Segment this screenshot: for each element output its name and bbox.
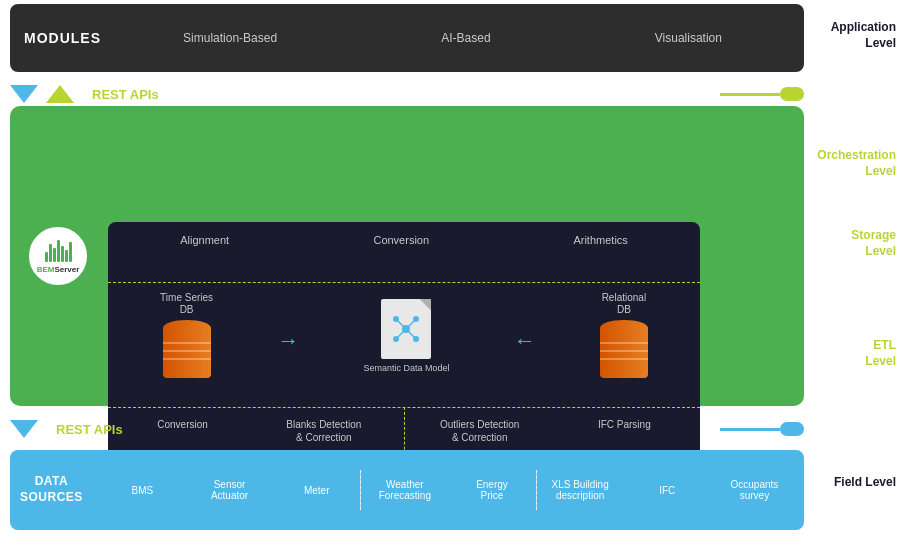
rest-apis-top-label: REST APIs xyxy=(92,87,159,102)
semantic-label: Semantic Data Model xyxy=(363,363,449,373)
field-items: BMS SensorActuator Meter WeatherForecast… xyxy=(93,450,804,530)
storage-level-label: StorageLevel xyxy=(851,228,900,259)
field-sensor: SensorActuator xyxy=(186,479,273,501)
rest-apis-bottom: REST APIs xyxy=(10,411,804,447)
svg-line-5 xyxy=(396,319,406,329)
application-level-label: ApplicationLevel xyxy=(831,20,900,51)
modules-label: MODULES xyxy=(10,30,101,46)
field-occupants: Occupantssurvey xyxy=(711,479,798,501)
arrow-up-icon xyxy=(46,85,74,103)
semantic-data-model: Semantic Data Model xyxy=(363,299,449,373)
orch-conversion: Conversion xyxy=(373,234,429,246)
semantic-doc-icon xyxy=(381,299,431,359)
timeseries-db: Time SeriesDB xyxy=(160,292,213,380)
etl-level-label: ETLLevel xyxy=(865,338,900,369)
field-meter: Meter xyxy=(273,485,360,496)
field-xls: XLS Buildingdescription xyxy=(537,479,624,501)
relational-label: RelationalDB xyxy=(602,292,646,316)
field-weather: WeatherForecasting xyxy=(361,479,448,501)
datasources-label: DATASOURCES xyxy=(10,474,93,505)
orchestration-level-label: OrchestrationLevel xyxy=(817,148,900,179)
svg-line-7 xyxy=(396,329,406,339)
arrow-down-bottom-icon xyxy=(10,420,38,438)
orchestration-green-box: BEMServer Alignment Conversion Arithmeti… xyxy=(10,106,804,406)
app-modules: Simulation-Based AI-Based Visualisation xyxy=(101,31,804,45)
field-ifc: IFC xyxy=(624,485,711,496)
dashed-line-top xyxy=(108,282,700,283)
arrow-from-relational: ← xyxy=(514,328,536,354)
orchestration-row: Alignment Conversion Arithmetics xyxy=(108,234,700,246)
arrow-to-semantic: → xyxy=(277,328,299,354)
module-simulation: Simulation-Based xyxy=(183,31,277,45)
network-icon xyxy=(388,311,424,347)
field-energy: EnergyPrice xyxy=(448,479,535,501)
relational-cylinder xyxy=(600,320,648,380)
app-level-bar: MODULES Simulation-Based AI-Based Visual… xyxy=(10,4,804,72)
bem-text: BEMServer xyxy=(37,264,80,274)
field-level-bar: DATASOURCES BMS SensorActuator Meter Wea… xyxy=(10,450,804,530)
bemserver-logo: BEMServer xyxy=(18,201,98,311)
svg-line-8 xyxy=(406,329,416,339)
svg-line-6 xyxy=(406,319,416,329)
relational-db: RelationalDB xyxy=(600,292,648,380)
storage-row: Time SeriesDB → xyxy=(108,292,700,380)
field-level-label: Field Level xyxy=(834,475,900,491)
orch-arithmetics: Arithmetics xyxy=(573,234,627,246)
rest-apis-bottom-label: REST APIs xyxy=(56,422,123,437)
arrow-down-icon xyxy=(10,85,38,103)
bem-icon xyxy=(45,238,72,262)
timeseries-cylinder xyxy=(163,320,211,380)
timeseries-label: Time SeriesDB xyxy=(160,292,213,316)
field-bms: BMS xyxy=(99,485,186,496)
bem-circle: BEMServer xyxy=(26,224,90,288)
orch-alignment: Alignment xyxy=(180,234,229,246)
module-visualisation: Visualisation xyxy=(655,31,722,45)
module-ai: AI-Based xyxy=(441,31,490,45)
